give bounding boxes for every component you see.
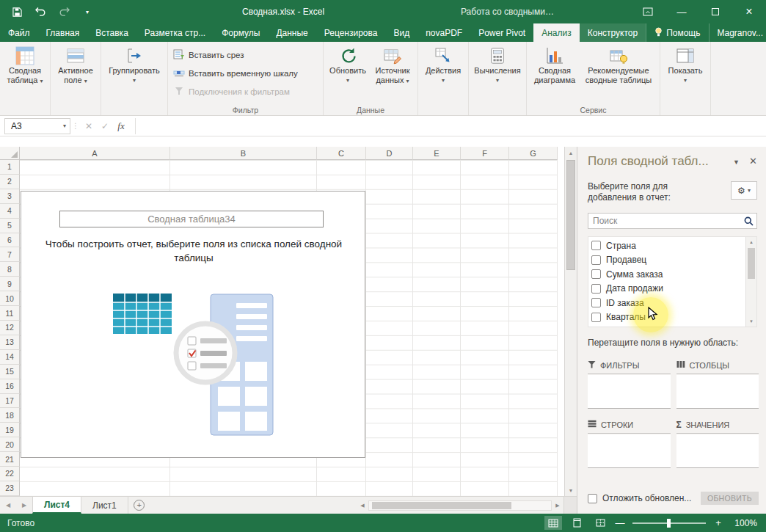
- tab-file[interactable]: Файл: [0, 23, 38, 42]
- insert-function-icon[interactable]: fx: [113, 118, 129, 134]
- checkbox[interactable]: [591, 269, 601, 279]
- ribbon-display-options-icon[interactable]: [631, 0, 665, 23]
- tab-analyze[interactable]: Анализ: [533, 23, 580, 42]
- checkbox[interactable]: [591, 284, 601, 294]
- row-header-6[interactable]: 6: [0, 233, 20, 248]
- checkbox[interactable]: [591, 241, 601, 250]
- checkbox[interactable]: [591, 255, 601, 265]
- defer-layout-checkbox[interactable]: [588, 494, 597, 503]
- tab-insert[interactable]: Вставка: [87, 23, 136, 42]
- row-header-9[interactable]: 9: [0, 277, 20, 291]
- zoom-slider[interactable]: [632, 522, 706, 524]
- pane-close-icon[interactable]: ✕: [749, 156, 757, 167]
- row-header-7[interactable]: 7: [0, 247, 20, 262]
- row-header-19[interactable]: 19: [0, 423, 20, 437]
- name-box[interactable]: A3 ▾: [4, 118, 70, 134]
- redo-icon[interactable]: [57, 5, 70, 18]
- horizontal-scroll-thumb[interactable]: [372, 502, 511, 509]
- scroll-up-icon[interactable]: ▲: [565, 147, 577, 158]
- rows-drop-zone[interactable]: [588, 434, 671, 468]
- column-header-F[interactable]: F: [461, 147, 509, 160]
- update-button[interactable]: ОБНОВИТЬ: [701, 492, 759, 505]
- row-header-11[interactable]: 11: [0, 306, 20, 321]
- field-list-scroll-thumb[interactable]: [748, 248, 755, 279]
- row-header-8[interactable]: 8: [0, 262, 20, 277]
- column-header-E[interactable]: E: [413, 147, 461, 160]
- row-header-18[interactable]: 18: [0, 408, 20, 423]
- columns-drop-zone[interactable]: [676, 375, 759, 409]
- tab-page-layout[interactable]: Разметка стр...: [136, 23, 214, 42]
- row-header-2[interactable]: 2: [0, 175, 20, 189]
- row-header-21[interactable]: 21: [0, 452, 20, 467]
- row-header-12[interactable]: 12: [0, 321, 20, 335]
- filters-drop-zone[interactable]: [588, 375, 671, 409]
- column-header-A[interactable]: A: [20, 147, 170, 160]
- vertical-scroll-thumb[interactable]: [566, 160, 575, 270]
- tab-formulas[interactable]: Формулы: [214, 23, 268, 42]
- field-item-strana[interactable]: Страна: [591, 238, 745, 253]
- page-break-view-icon[interactable]: [591, 516, 609, 530]
- row-header-4[interactable]: 4: [0, 204, 20, 219]
- normal-view-icon[interactable]: [544, 516, 562, 530]
- row-header-20[interactable]: 20: [0, 437, 20, 452]
- field-list-scrollbar[interactable]: ▲ ▼: [745, 237, 756, 327]
- refresh-button[interactable]: Обновить ▾: [326, 42, 370, 85]
- account-name[interactable]: Magranov...: [709, 23, 766, 42]
- save-icon[interactable]: [10, 5, 23, 18]
- values-drop-zone[interactable]: [676, 434, 759, 468]
- field-item-prodavec[interactable]: Продавец: [591, 253, 745, 268]
- change-data-source-button[interactable]: Источник данных ▾: [370, 42, 415, 86]
- actions-button[interactable]: Действия ▾: [420, 42, 466, 85]
- undo-icon[interactable]: [34, 5, 47, 18]
- checkbox[interactable]: [591, 298, 601, 307]
- select-all-corner[interactable]: [0, 147, 20, 160]
- zoom-slider-thumb[interactable]: [667, 519, 671, 528]
- row-header-17[interactable]: 17: [0, 394, 20, 409]
- zoom-level[interactable]: 100%: [729, 518, 757, 528]
- tab-power-pivot[interactable]: Power Pivot: [470, 23, 533, 42]
- page-layout-view-icon[interactable]: [568, 516, 586, 530]
- close-button[interactable]: ×: [732, 0, 766, 23]
- field-item-id-zakaza[interactable]: ID заказа: [591, 296, 745, 310]
- column-header-B[interactable]: B: [170, 147, 317, 160]
- scroll-down-icon[interactable]: ▼: [565, 484, 577, 496]
- vertical-scrollbar[interactable]: ▲ ▼: [564, 147, 577, 496]
- field-item-data-prodazhi[interactable]: Дата продажи: [591, 282, 745, 296]
- maximize-button[interactable]: [698, 0, 732, 23]
- sheet-nav-left-icon[interactable]: ◀: [0, 497, 16, 514]
- pivot-chart-button[interactable]: Сводная диаграмма: [529, 42, 580, 85]
- sheet-tab-list1[interactable]: Лист1: [81, 497, 128, 514]
- field-item-kvartaly[interactable]: Кварталы: [591, 310, 745, 325]
- group-button[interactable]: Группировать ▾: [103, 42, 165, 85]
- row-header-16[interactable]: 16: [0, 379, 20, 394]
- tools-gear-button[interactable]: ⚙▾: [731, 181, 757, 200]
- scroll-left-icon[interactable]: ◀: [357, 503, 368, 509]
- column-header-G[interactable]: G: [509, 147, 558, 160]
- checkbox[interactable]: [591, 313, 601, 322]
- add-sheet-button[interactable]: +: [128, 497, 150, 514]
- scroll-down-icon[interactable]: ▼: [746, 316, 756, 327]
- filter-connections-button[interactable]: Подключения к фильтрам: [170, 84, 301, 99]
- row-header-22[interactable]: 22: [0, 467, 20, 481]
- column-header-C[interactable]: C: [317, 147, 366, 160]
- scroll-right-icon[interactable]: ▶: [552, 503, 563, 509]
- cancel-entry-icon[interactable]: ✕: [81, 118, 97, 134]
- name-box-dropdown-icon[interactable]: ▾: [63, 123, 66, 129]
- row-header-5[interactable]: 5: [0, 219, 20, 233]
- horizontal-scroll-track[interactable]: [368, 500, 552, 511]
- row-header-23[interactable]: 23: [0, 481, 20, 496]
- tab-help[interactable]: Помощь: [646, 23, 708, 42]
- row-header-14[interactable]: 14: [0, 350, 20, 365]
- tab-design[interactable]: Конструктор: [580, 23, 646, 42]
- field-item-summa-zakaza[interactable]: Сумма заказа: [591, 267, 745, 282]
- horizontal-scrollbar[interactable]: ◀ ▶: [357, 500, 563, 511]
- pane-options-icon[interactable]: ▼: [733, 158, 740, 166]
- tab-home[interactable]: Главная: [38, 23, 88, 42]
- tab-review[interactable]: Рецензирова: [316, 23, 386, 42]
- row-header-15[interactable]: 15: [0, 365, 20, 379]
- insert-timeline-button[interactable]: Вставить временную шкалу: [170, 65, 301, 81]
- row-header-10[interactable]: 10: [0, 291, 20, 306]
- recommended-pivot-tables-button[interactable]: Рекомендуемые сводные таблицы: [580, 42, 657, 85]
- tab-novapdf[interactable]: novaPDF: [417, 23, 470, 42]
- scroll-up-icon[interactable]: ▲: [746, 237, 756, 247]
